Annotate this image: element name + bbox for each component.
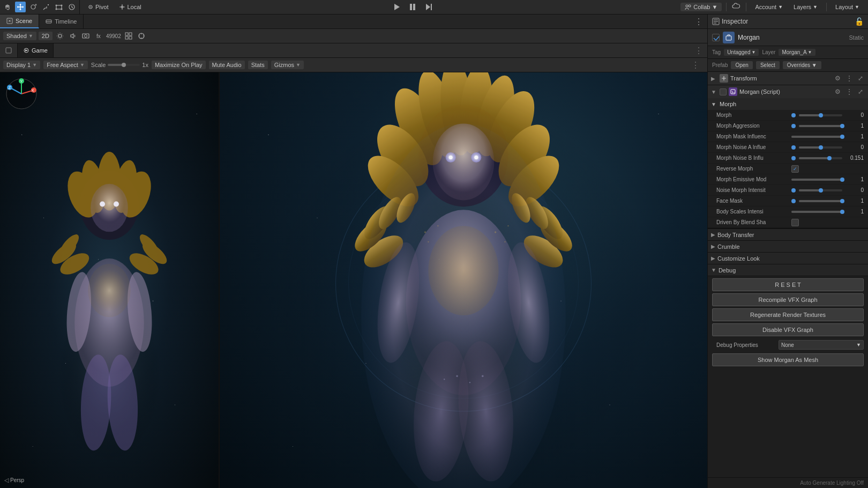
count-icon[interactable] (123, 31, 134, 41)
pivot-local-group: Pivot Local (80, 3, 149, 11)
disable-vfx-button[interactable]: Disable VFX Graph (712, 323, 864, 336)
morph-section-header[interactable]: ▼ Morph (708, 98, 868, 110)
transform-expand-icon[interactable]: ⤢ (856, 75, 865, 82)
svg-rect-26 (6, 48, 11, 53)
section-item-customize-look[interactable]: ▶Customize Look (708, 253, 868, 264)
fx-icon[interactable]: fx (93, 31, 104, 41)
section-item-body-transfer[interactable]: ▶Body Transfer (708, 229, 868, 241)
local-button[interactable]: Local (116, 3, 144, 11)
section-item-debug[interactable]: ▼Debug (708, 264, 868, 276)
morph-section-name: Morph (720, 101, 736, 107)
scene-viewport[interactable]: X Y Z ◁ Persp (0, 72, 220, 488)
move-tool-icon[interactable] (15, 2, 26, 12)
audio-icon[interactable] (68, 31, 78, 41)
svg-rect-107 (726, 36, 731, 40)
svg-rect-22 (129, 33, 132, 35)
prop-checkbox-10[interactable] (791, 219, 799, 226)
layer-dropdown[interactable]: Morgan_A ▼ (779, 49, 815, 56)
game-viewport[interactable] (220, 72, 707, 488)
snap-icon[interactable] (136, 31, 147, 41)
prefab-label: Prefab (712, 62, 728, 68)
svg-rect-21 (125, 33, 128, 35)
prop-dot-1 (791, 124, 796, 128)
object-type-icon (723, 32, 735, 43)
2d-toggle[interactable]: 2D (39, 32, 53, 40)
game-view-tab[interactable]: Game (18, 43, 54, 57)
mute-audio[interactable]: Mute Audio (209, 61, 245, 69)
prop-slider-0[interactable] (799, 114, 842, 116)
script-expand-icon[interactable]: ⤢ (856, 88, 865, 95)
pivot-button[interactable]: Pivot (84, 3, 111, 11)
property-row-3: Morph Noise A Influe0 (708, 142, 868, 153)
regenerate-textures-button[interactable]: Regenerate Render Textures (712, 308, 864, 321)
transform-header[interactable]: ▶ Transform ⚙ ⋮ ⤢ (708, 72, 868, 85)
prefab-open-button[interactable]: Open (731, 61, 752, 69)
prop-slider-7[interactable] (799, 189, 842, 191)
camera-icon[interactable] (80, 31, 91, 41)
script-more-icon[interactable]: ⋮ (844, 88, 854, 95)
timeline-tab[interactable]: Timeline (39, 14, 84, 28)
scene-view-tab[interactable] (0, 43, 18, 57)
game-tab-more[interactable]: ⋮ (690, 46, 707, 56)
morph-section: ▼ Morph Morph0Morph Aggression1Morph Mas… (708, 98, 868, 228)
account-button[interactable]: Account ▼ (751, 3, 787, 11)
cloud-icon[interactable] (731, 2, 742, 12)
property-row-0: Morph0 (708, 110, 868, 121)
layout-button[interactable]: Layout ▼ (831, 3, 864, 11)
script-settings-icon[interactable]: ⚙ (833, 88, 842, 95)
prefab-overrides-button[interactable]: Overrides ▼ (783, 61, 821, 69)
prop-slider-1[interactable] (799, 125, 842, 127)
prop-slider-8[interactable] (799, 200, 842, 202)
custom-tool-icon[interactable] (66, 2, 77, 12)
inspector-lock-button[interactable]: 🔓 (855, 17, 864, 26)
reset-button[interactable]: R E S E T (712, 278, 864, 291)
tab-more-button[interactable]: ⋮ (690, 17, 707, 27)
scene-tab[interactable]: Scene (0, 14, 39, 28)
tag-dropdown[interactable]: Untagged ▼ (724, 49, 759, 56)
right-panel: Inspector 🔓 Morgan Static Tag Untagged ▼ (707, 14, 868, 488)
svg-point-46 (100, 202, 105, 207)
step-button[interactable] (421, 1, 436, 13)
show-morgan-mesh-button[interactable]: Show Morgan As Mesh (712, 353, 864, 366)
maximize-on-play[interactable]: Maximize On Play (152, 61, 206, 69)
game-tab-bar: Game ⋮ (0, 43, 707, 58)
rect-tool-icon[interactable] (54, 2, 64, 12)
section-item-crumble[interactable]: ▶Crumble (708, 241, 868, 253)
object-active-checkbox[interactable] (712, 34, 720, 41)
svg-point-6 (61, 9, 63, 10)
script-enabled-checkbox[interactable] (720, 88, 727, 95)
transform-icon (720, 74, 728, 83)
prefab-select-button[interactable]: Select (756, 61, 780, 69)
prop-slider-9[interactable] (791, 211, 842, 213)
collab-button[interactable]: Collab ▼ (680, 3, 722, 11)
prop-slider-2[interactable] (791, 136, 842, 138)
prop-checkbox-5[interactable] (791, 165, 799, 173)
prop-slider-3[interactable] (799, 146, 842, 149)
play-button[interactable] (389, 1, 404, 13)
hand-tool-icon[interactable] (2, 2, 13, 12)
aspect-dropdown[interactable]: Free Aspect ▼ (43, 61, 88, 69)
scale-tool-icon[interactable] (41, 2, 51, 12)
stats-button[interactable]: Stats (248, 61, 268, 69)
layers-button[interactable]: Layers ▼ (789, 3, 822, 11)
transform-more-icon[interactable]: ⋮ (844, 75, 854, 82)
object-header: Morgan Static (708, 29, 868, 46)
morgan-script-header[interactable]: ▼ Morgan (Script) ⚙ ⋮ ⤢ (708, 85, 868, 98)
pause-button[interactable] (405, 1, 420, 13)
gizmos-dropdown[interactable]: Gizmos ▼ (271, 61, 304, 69)
top-toolbar: Pivot Local Collab ▼ (0, 0, 868, 14)
property-row-1: Morph Aggression1 (708, 121, 868, 131)
scale-slider[interactable] (108, 64, 140, 66)
rotate-tool-icon[interactable] (28, 2, 39, 12)
game-toolbar-more[interactable]: ⋮ (687, 60, 704, 70)
display-dropdown[interactable]: Display 1 ▼ (3, 61, 40, 69)
lighting-icon[interactable] (55, 31, 65, 41)
viewports: X Y Z ◁ Persp (0, 72, 707, 488)
prop-slider-6[interactable] (791, 179, 842, 181)
shading-dropdown[interactable]: Shaded ▼ (3, 32, 36, 40)
debug-properties-dropdown[interactable]: None ▼ (779, 340, 864, 350)
prop-slider-4[interactable] (799, 157, 842, 159)
transform-settings-icon[interactable]: ⚙ (833, 75, 842, 82)
inspector-body[interactable]: ▶ Transform ⚙ ⋮ ⤢ ▼ (708, 72, 868, 477)
recompile-vfx-button[interactable]: Recompile VFX Graph (712, 293, 864, 306)
